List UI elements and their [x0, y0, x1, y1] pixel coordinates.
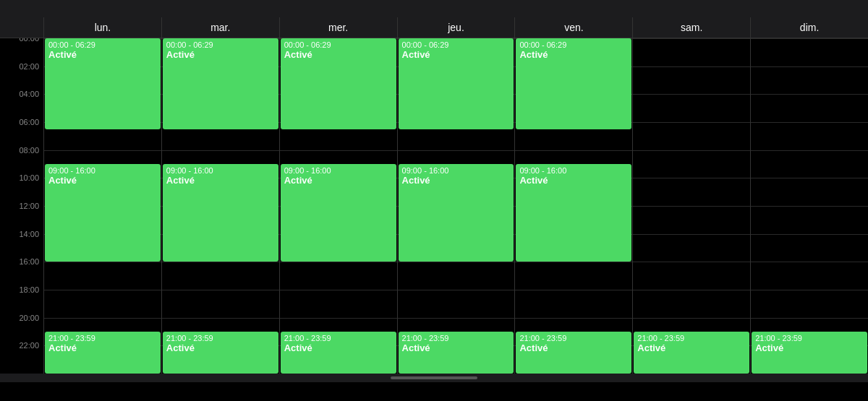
day-header-mer: mer.: [279, 17, 397, 38]
block-time: 00:00 - 06:29: [284, 40, 393, 49]
day-column-3: 00:00 - 06:29Activé09:00 - 16:00Activé21…: [397, 38, 515, 374]
time-label-2200: 22:00: [19, 341, 39, 350]
schedule-block[interactable]: 09:00 - 16:00Activé: [163, 164, 278, 262]
scroll-bar: [391, 376, 477, 379]
hour-line: [633, 178, 750, 178]
time-label-0600: 06:00: [19, 118, 39, 126]
hour-line: [751, 122, 868, 123]
schedule-block[interactable]: 00:00 - 06:29Activé: [45, 38, 161, 129]
hour-line: [633, 66, 750, 67]
schedule-block[interactable]: 09:00 - 16:00Activé: [516, 164, 631, 262]
block-label: Activé: [166, 342, 275, 353]
hour-line: [44, 262, 161, 262]
block-label: Activé: [48, 49, 157, 60]
block-time: 09:00 - 16:00: [284, 166, 393, 175]
day-column-5: 21:00 - 23:59Activé: [632, 38, 750, 374]
time-label-2000: 20:00: [19, 314, 39, 322]
block-time: 21:00 - 23:59: [637, 334, 746, 342]
day-columns: 00:00 - 06:29Activé09:00 - 16:00Activé21…: [43, 38, 868, 374]
time-gutter: [0, 17, 43, 38]
hour-line: [44, 290, 161, 290]
day-column-0: 00:00 - 06:29Activé09:00 - 16:00Activé21…: [43, 38, 161, 374]
schedule-block[interactable]: 09:00 - 16:00Activé: [45, 164, 161, 262]
block-label: Activé: [284, 175, 393, 186]
time-label-0400: 04:00: [19, 90, 39, 98]
day-column-2: 00:00 - 06:29Activé09:00 - 16:00Activé21…: [279, 38, 397, 374]
hour-line: [751, 150, 868, 151]
schedule-block[interactable]: 09:00 - 16:00Activé: [399, 164, 514, 262]
hour-line: [398, 262, 515, 262]
block-label: Activé: [166, 175, 275, 186]
hour-line: [162, 150, 279, 151]
block-label: Activé: [284, 49, 393, 60]
header: [0, 0, 868, 17]
hour-line: [633, 318, 750, 319]
hour-line: [633, 150, 750, 151]
schedule-block[interactable]: 21:00 - 23:59Activé: [634, 332, 749, 374]
hour-line: [280, 290, 397, 290]
time-label-1200: 12:00: [19, 202, 39, 210]
block-label: Activé: [519, 342, 628, 353]
block-label: Activé: [166, 49, 275, 60]
day-column-4: 00:00 - 06:29Activé09:00 - 16:00Activé21…: [514, 38, 632, 374]
time-label-0800: 08:00: [19, 146, 39, 155]
block-time: 09:00 - 16:00: [48, 166, 157, 175]
block-label: Activé: [402, 49, 511, 60]
hour-line: [751, 262, 868, 262]
block-time: 09:00 - 16:00: [519, 166, 628, 175]
hour-line: [44, 318, 161, 319]
hour-line: [162, 262, 279, 262]
hour-line: [515, 150, 632, 151]
schedule-block[interactable]: 00:00 - 06:29Activé: [281, 38, 396, 129]
day-column-1: 00:00 - 06:29Activé09:00 - 16:00Activé21…: [161, 38, 279, 374]
hour-line: [751, 66, 868, 67]
schedule-block[interactable]: 21:00 - 23:59Activé: [45, 332, 161, 374]
hour-line: [515, 318, 632, 319]
schedule-block[interactable]: 00:00 - 06:29Activé: [399, 38, 514, 129]
schedule-block[interactable]: 21:00 - 23:59Activé: [399, 332, 514, 374]
hour-line: [751, 318, 868, 319]
schedule-block[interactable]: 21:00 - 23:59Activé: [516, 332, 631, 374]
block-label: Activé: [48, 342, 157, 353]
block-label: Activé: [637, 342, 746, 353]
block-time: 00:00 - 06:29: [519, 40, 628, 49]
grid-area[interactable]: 00:0002:0004:0006:0008:0010:0012:0014:00…: [0, 38, 868, 374]
hour-line: [515, 290, 632, 290]
block-label: Activé: [48, 175, 157, 186]
hour-line: [162, 318, 279, 319]
block-time: 09:00 - 16:00: [402, 166, 511, 175]
hour-line: [633, 290, 750, 290]
block-time: 00:00 - 06:29: [166, 40, 275, 49]
hour-line: [751, 234, 868, 235]
schedule-block[interactable]: 21:00 - 23:59Activé: [752, 332, 867, 374]
day-header-row: lun.mar.mer.jeu.ven.sam.dim.: [0, 17, 868, 38]
block-time: 21:00 - 23:59: [284, 334, 393, 342]
hour-line: [398, 318, 515, 319]
day-header-sam: sam.: [632, 17, 750, 38]
hour-line: [398, 150, 515, 151]
block-label: Activé: [755, 342, 864, 353]
calendar-wrapper: lun.mar.mer.jeu.ven.sam.dim. 00:0002:000…: [0, 17, 868, 382]
hour-line: [751, 94, 868, 95]
schedule-block[interactable]: 00:00 - 06:29Activé: [516, 38, 631, 129]
block-time: 21:00 - 23:59: [402, 334, 511, 342]
hour-line: [633, 262, 750, 262]
block-label: Activé: [402, 175, 511, 186]
schedule-block[interactable]: 00:00 - 06:29Activé: [163, 38, 278, 129]
block-time: 21:00 - 23:59: [48, 334, 157, 342]
block-time: 09:00 - 16:00: [166, 166, 275, 175]
schedule-block[interactable]: 21:00 - 23:59Activé: [163, 332, 278, 374]
hour-line: [162, 290, 279, 290]
hour-line: [280, 150, 397, 151]
day-header-ven: ven.: [514, 17, 632, 38]
schedule-block[interactable]: 21:00 - 23:59Activé: [281, 332, 396, 374]
time-label-1600: 16:00: [19, 257, 39, 266]
time-label-1000: 10:00: [19, 173, 39, 182]
time-label-0200: 02:00: [19, 62, 39, 71]
time-label-1800: 18:00: [19, 285, 39, 294]
block-label: Activé: [519, 175, 628, 186]
hour-line: [751, 38, 868, 39]
hour-line: [398, 290, 515, 290]
schedule-block[interactable]: 09:00 - 16:00Activé: [281, 164, 396, 262]
time-labels: 00:0002:0004:0006:0008:0010:0012:0014:00…: [0, 38, 43, 374]
